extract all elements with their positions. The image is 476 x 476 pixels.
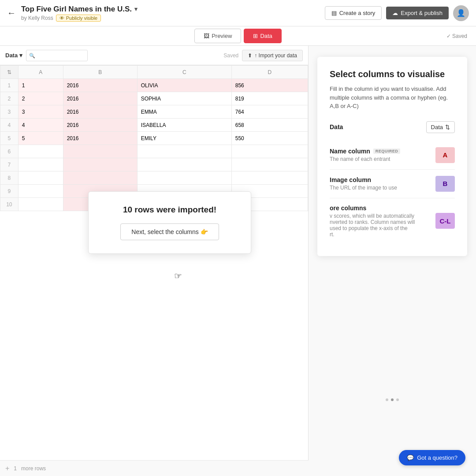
cell-a[interactable]: 4 bbox=[18, 119, 63, 132]
dot-1 bbox=[386, 398, 388, 401]
data-dropdown-arrow: ▾ bbox=[19, 52, 22, 59]
row-number-cell: 1 bbox=[0, 79, 19, 92]
cell-d[interactable] bbox=[231, 145, 308, 158]
title-text: Top Five Girl Names in the U.S. bbox=[21, 5, 132, 14]
create-story-button[interactable]: ▤ Create a story bbox=[325, 6, 382, 20]
author-name: by Kelly Ross bbox=[21, 15, 53, 21]
document-title[interactable]: Top Five Girl Names in the U.S. ▾ bbox=[21, 5, 320, 14]
cell-d[interactable]: 658 bbox=[231, 119, 308, 132]
score-col-desc1: v scores, which will be automatically bbox=[330, 213, 415, 219]
cell-a[interactable]: 2 bbox=[18, 92, 63, 105]
cell-d[interactable] bbox=[231, 171, 308, 185]
help-label: Got a question? bbox=[417, 454, 457, 461]
cell-b[interactable]: 2016 bbox=[63, 92, 137, 105]
cell-a[interactable] bbox=[18, 198, 63, 211]
table-row[interactable]: 332016EMMA764 bbox=[0, 105, 308, 119]
data-section-row: Data Data ⇅ bbox=[330, 121, 455, 133]
search-input[interactable] bbox=[26, 50, 88, 61]
score-columns-badge[interactable]: C-L bbox=[435, 213, 455, 229]
avatar[interactable]: 👤 bbox=[453, 5, 469, 21]
header-col-b: B bbox=[63, 66, 137, 79]
cell-d[interactable] bbox=[231, 158, 308, 171]
cell-c[interactable] bbox=[137, 158, 231, 171]
cell-c[interactable] bbox=[137, 145, 231, 158]
table-row[interactable]: 8 bbox=[0, 171, 308, 185]
cell-a[interactable]: 1 bbox=[18, 79, 63, 92]
cell-c[interactable]: SOPHIA bbox=[137, 92, 231, 105]
cell-b[interactable]: 2016 bbox=[63, 132, 137, 145]
data-dropdown[interactable]: Data ▾ bbox=[5, 52, 22, 59]
add-row-button[interactable]: + bbox=[5, 465, 9, 472]
name-column-label-area: Name column REQUIRED The name of each en… bbox=[330, 148, 400, 162]
name-column-label: Name column bbox=[330, 148, 370, 155]
next-columns-button[interactable]: Next, select the columns 👉 bbox=[120, 223, 219, 240]
cell-d[interactable]: 764 bbox=[231, 105, 308, 119]
export-label: Export & publish bbox=[401, 10, 443, 16]
table-row[interactable]: 7 bbox=[0, 158, 308, 171]
add-icon: + bbox=[5, 465, 9, 472]
image-column-badge[interactable]: B bbox=[435, 176, 455, 192]
saved-indicator: ✓ Saved bbox=[446, 33, 467, 39]
title-chevron-icon: ▾ bbox=[134, 6, 138, 12]
row-number-cell: 3 bbox=[0, 105, 19, 119]
import-data-button[interactable]: ⬆ ↑ Import your data bbox=[242, 50, 303, 61]
cell-a[interactable] bbox=[18, 185, 63, 198]
cell-a[interactable] bbox=[18, 171, 63, 185]
table-row[interactable]: 222016SOPHIA819 bbox=[0, 92, 308, 105]
back-button[interactable]: ← bbox=[7, 8, 16, 18]
cell-c[interactable]: EMILY bbox=[137, 132, 231, 145]
cell-b[interactable] bbox=[63, 158, 137, 171]
visualise-description: Fill in the column id you want to visual… bbox=[330, 85, 455, 111]
tab-data[interactable]: ⊞ Data bbox=[244, 29, 281, 43]
row-number-cell: 8 bbox=[0, 171, 19, 185]
cell-c[interactable]: OLIVIA bbox=[137, 79, 231, 92]
visibility-badge[interactable]: 👁 Publicly visible bbox=[56, 15, 101, 22]
row-number: 1 bbox=[14, 465, 17, 472]
name-column-value: A bbox=[443, 151, 448, 159]
cell-c[interactable] bbox=[137, 171, 231, 185]
saved-label: ✓ Saved bbox=[446, 33, 467, 39]
spreadsheet-area: Data ▾ 🔍 Saved ⬆ ↑ Import your data ⇅ A bbox=[0, 46, 309, 476]
name-column-heading: Name column REQUIRED bbox=[330, 148, 400, 155]
name-column-description: The name of each entrant bbox=[330, 156, 400, 162]
table-row[interactable]: 112016OLIVIA856 bbox=[0, 79, 308, 92]
cell-a[interactable]: 3 bbox=[18, 105, 63, 119]
required-badge: REQUIRED bbox=[373, 149, 401, 154]
table-row[interactable]: 552016EMILY550 bbox=[0, 132, 308, 145]
cell-b[interactable]: 2016 bbox=[63, 119, 137, 132]
cell-b[interactable]: 2016 bbox=[63, 79, 137, 92]
data-dropdown-value: Data bbox=[431, 124, 443, 130]
cell-c[interactable]: EMMA bbox=[137, 105, 231, 119]
table-row[interactable]: 6 bbox=[0, 145, 308, 158]
row-number-cell: 9 bbox=[0, 185, 19, 198]
preview-label: Preview bbox=[212, 33, 232, 39]
data-source-dropdown[interactable]: Data ⇅ bbox=[426, 121, 455, 133]
score-columns-label-area: ore columns v scores, which will be auto… bbox=[330, 205, 415, 238]
create-story-label: Create a story bbox=[339, 10, 376, 16]
cell-a[interactable] bbox=[18, 158, 63, 171]
spreadsheet-bottom-bar: + 1 more rows bbox=[0, 460, 309, 476]
row-number-cell: 4 bbox=[0, 119, 19, 132]
cell-a[interactable]: 5 bbox=[18, 132, 63, 145]
row-number-cell: 2 bbox=[0, 92, 19, 105]
cell-c[interactable]: ISABELLA bbox=[137, 119, 231, 132]
preview-icon: 🖼 bbox=[204, 33, 209, 39]
cell-a[interactable] bbox=[18, 145, 63, 158]
cell-b[interactable]: 2016 bbox=[63, 105, 137, 119]
header-actions: ▤ Create a story ☁ Export & publish 👤 bbox=[325, 5, 469, 21]
eye-icon: 👁 bbox=[60, 15, 64, 21]
cell-d[interactable]: 550 bbox=[231, 132, 308, 145]
cell-d[interactable]: 819 bbox=[231, 92, 308, 105]
table-row[interactable]: 442016ISABELLA658 bbox=[0, 119, 308, 132]
help-button[interactable]: 💬 Got a question? bbox=[399, 450, 465, 465]
import-icon: ⬆ bbox=[248, 52, 252, 59]
cell-d[interactable]: 856 bbox=[231, 79, 308, 92]
name-column-badge[interactable]: A bbox=[435, 147, 455, 163]
tab-preview[interactable]: 🖼 Preview bbox=[194, 29, 241, 43]
export-publish-button[interactable]: ☁ Export & publish bbox=[386, 7, 449, 19]
cell-b[interactable] bbox=[63, 145, 137, 158]
badge-label: Publicly visible bbox=[66, 15, 98, 21]
cell-b[interactable] bbox=[63, 171, 137, 185]
import-label: ↑ Import your data bbox=[254, 52, 297, 59]
score-columns-value: C-L bbox=[440, 217, 451, 225]
